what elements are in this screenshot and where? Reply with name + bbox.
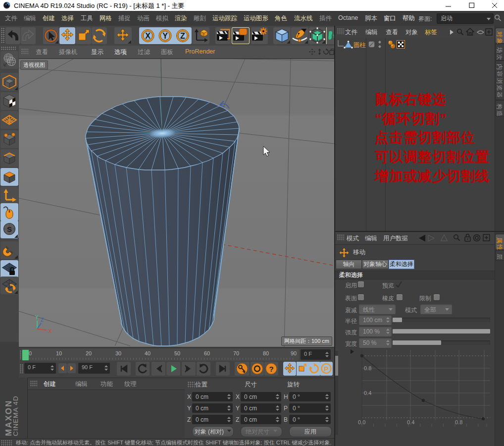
record-rotation-toggle[interactable] <box>308 362 320 376</box>
am-scrollbar-thumb[interactable] <box>335 356 338 376</box>
deformer-button-partial[interactable] <box>326 27 335 44</box>
apply-button[interactable]: 应用 <box>289 426 332 437</box>
mat-menu-texture[interactable]: 纹理 <box>124 380 137 389</box>
render-settings-button[interactable] <box>251 27 268 44</box>
visibility-dots[interactable] <box>378 40 382 50</box>
viewport-drag-handle[interactable] <box>21 49 28 55</box>
maximize-button[interactable] <box>464 0 479 11</box>
om-drag-handle[interactable] <box>337 28 344 35</box>
range-end-field[interactable]: 90 F <box>78 363 110 374</box>
menu-edit[interactable]: 编辑 <box>24 14 36 23</box>
render-view-button[interactable] <box>215 27 231 44</box>
tab-layers[interactable]: 层 <box>495 250 504 261</box>
vp-menu-options[interactable]: 选项 <box>114 48 127 56</box>
snap-magnet-button[interactable] <box>0 241 18 259</box>
strength-slider[interactable] <box>393 329 490 334</box>
points-mode-button[interactable] <box>0 130 18 148</box>
prev-key-small-button[interactable] <box>58 363 67 373</box>
viewport-rotate-icon[interactable] <box>323 49 329 55</box>
current-frame-field[interactable]: 0 F <box>301 349 331 360</box>
menu-create[interactable]: 创建 <box>43 14 55 23</box>
vp-menu-panel[interactable]: 面板 <box>161 48 173 56</box>
lock-z-axis-button[interactable]: Z <box>174 27 192 44</box>
keyframe-selection-button[interactable]: ? <box>264 362 278 376</box>
coords-mode-dropdown[interactable]: 对象 (相对) <box>192 426 234 437</box>
rot-h-field[interactable]: 0 ° <box>289 392 331 401</box>
search-icon[interactable] <box>494 14 502 22</box>
pos-z-field[interactable]: 0 cm <box>192 415 233 424</box>
tab-soft-selection[interactable]: 柔和选择 <box>389 260 414 269</box>
texture-mode-button[interactable] <box>0 92 18 110</box>
tab-takes[interactable]: 场次 <box>495 44 504 60</box>
soft-selection-section-header[interactable]: 柔和选择 <box>335 271 498 279</box>
lock-workplane-button[interactable] <box>0 260 18 278</box>
scale-tool-button[interactable] <box>76 27 91 44</box>
am-add-icon[interactable] <box>483 234 490 241</box>
strength-slider-fill[interactable] <box>393 329 490 334</box>
om-home-icon[interactable] <box>466 28 474 36</box>
timeline-playhead[interactable] <box>22 349 29 361</box>
am-scrollbar-track[interactable] <box>335 351 338 435</box>
menu-plugins[interactable]: 插件 <box>319 14 332 23</box>
vp-menu-view[interactable]: 查看 <box>36 48 48 56</box>
am-search-icon[interactable] <box>453 234 460 241</box>
am-history-back-icon[interactable] <box>418 234 437 242</box>
menu-octane[interactable]: Octane <box>338 14 358 21</box>
close-button[interactable] <box>487 0 502 11</box>
am-menu-edit[interactable]: 编辑 <box>365 234 377 243</box>
menu-simulate[interactable]: 模拟 <box>156 14 168 23</box>
palette-drag-handle[interactable] <box>1 47 16 50</box>
cylinder-object-icon[interactable] <box>344 40 353 50</box>
menu-help[interactable]: 帮助 <box>403 14 415 23</box>
viewport-canvas[interactable]: Y Z X 透视视图 网格间距：100 cm <box>19 58 334 347</box>
pos-x-field[interactable]: 0 cm <box>192 392 233 401</box>
goto-end-button[interactable] <box>216 362 230 376</box>
object-name[interactable]: 圆柱 <box>353 41 366 50</box>
goto-prev-frame-button[interactable] <box>151 362 165 376</box>
pos-y-field[interactable]: 0 cm <box>192 403 233 413</box>
am-target-icon[interactable] <box>473 234 481 242</box>
menu-script[interactable]: 脚本 <box>365 14 377 23</box>
om-menu-view[interactable]: 查看 <box>386 28 398 37</box>
phong-tag-icon[interactable] <box>388 40 396 49</box>
menu-pipeline[interactable]: 流水线 <box>294 14 313 23</box>
viewport-pan-icon[interactable] <box>309 49 315 55</box>
lock-x-axis-button[interactable]: X <box>139 27 156 44</box>
limit-checkbox[interactable] <box>434 294 440 300</box>
width-slider-fill[interactable] <box>393 340 441 345</box>
last-used-tool-button[interactable] <box>114 27 132 44</box>
radius-field[interactable]: 100 cm <box>359 315 392 325</box>
visibility-editor-toggle[interactable] <box>368 41 375 48</box>
preview-checkbox[interactable] <box>395 281 403 288</box>
am-parent-icon[interactable] <box>440 234 448 242</box>
viewport-solo-button[interactable] <box>0 203 18 221</box>
tab-content-browser[interactable]: 内容浏览器 <box>495 60 504 100</box>
goto-start-button[interactable] <box>117 362 131 376</box>
menu-mograph[interactable]: 运动图形 <box>244 14 268 23</box>
om-eye-icon[interactable] <box>477 30 484 34</box>
coordinate-system-button[interactable] <box>192 27 209 44</box>
om-menu-edit[interactable]: 编辑 <box>365 28 378 37</box>
tab-objects[interactable]: 对象 <box>495 28 504 44</box>
om-menu-tags[interactable]: 标签 <box>425 28 437 37</box>
coords-drag-handle[interactable] <box>188 382 195 388</box>
viewport-zoom-icon[interactable] <box>316 49 323 55</box>
vp-menu-camera[interactable]: 摄像机 <box>59 48 78 56</box>
radius-slider-handle[interactable] <box>393 318 402 322</box>
strength-field[interactable]: 100 % <box>359 327 392 336</box>
curve-expander-icon[interactable] <box>351 349 354 354</box>
add-cube-primitive-button[interactable] <box>273 27 291 44</box>
size-z-field[interactable]: 0 cm <box>241 415 281 424</box>
rubber-checkbox[interactable] <box>397 294 403 300</box>
falloff-dropdown[interactable]: 线性 <box>359 304 396 314</box>
enable-snap-button[interactable]: S <box>0 221 18 238</box>
om-menu-object[interactable]: 对象 <box>405 28 418 37</box>
am-menu-mode[interactable]: 模式 <box>347 234 359 243</box>
move-tool-button[interactable] <box>59 27 75 44</box>
am-drag-handle[interactable] <box>337 234 344 241</box>
vp-menu-filter[interactable]: 过滤 <box>138 48 150 56</box>
range-start-field[interactable]: 0 F <box>24 363 56 374</box>
menu-animate[interactable]: 动画 <box>137 14 150 23</box>
record-scale-toggle[interactable] <box>297 362 308 376</box>
menu-window[interactable]: 窗口 <box>384 14 396 23</box>
